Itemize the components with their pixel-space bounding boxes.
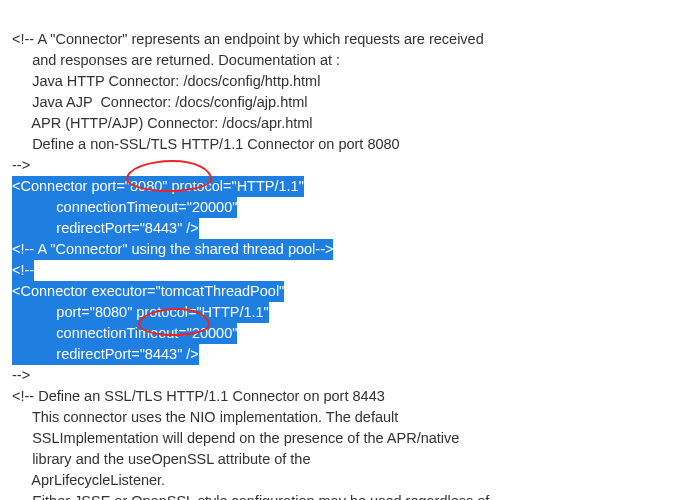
selected-line: port="8080" protocol="HTTP/1.1" xyxy=(12,302,269,323)
selected-line: <Connector port="8080" protocol="HTTP/1.… xyxy=(12,176,304,197)
comment-line: Java HTTP Connector: /docs/config/http.h… xyxy=(12,73,320,89)
code-block[interactable]: <!-- A "Connector" represents an endpoin… xyxy=(12,8,683,500)
selected-line: connectionTimeout="20000" xyxy=(12,323,237,344)
comment-line: This connector uses the NIO implementati… xyxy=(12,409,398,425)
selected-line: redirectPort="8443" /> xyxy=(12,218,199,239)
comment-line: library and the useOpenSSL attribute of … xyxy=(12,451,311,467)
comment-line: AprLifecycleListener. xyxy=(12,472,165,488)
selected-line: <!-- xyxy=(12,260,34,281)
comment-line: --> xyxy=(12,367,30,383)
comment-line: <!-- A "Connector" represents an endpoin… xyxy=(12,31,484,47)
comment-line: --> xyxy=(12,157,30,173)
comment-line: and responses are returned. Documentatio… xyxy=(12,52,340,68)
code-viewer: <!-- A "Connector" represents an endpoin… xyxy=(12,8,683,500)
comment-line: Define a non-SSL/TLS HTTP/1.1 Connector … xyxy=(12,136,400,152)
comment-line: <!-- Define an SSL/TLS HTTP/1.1 Connecto… xyxy=(12,388,385,404)
selected-line: redirectPort="8443" /> xyxy=(12,344,199,365)
selected-line: <Connector executor="tomcatThreadPool" xyxy=(12,281,284,302)
comment-line: APR (HTTP/AJP) Connector: /docs/apr.html xyxy=(12,115,313,131)
comment-line: SSLImplementation will depend on the pre… xyxy=(12,430,459,446)
comment-line: Java AJP Connector: /docs/config/ajp.htm… xyxy=(12,94,308,110)
comment-line: Either JSSE or OpenSSL style configurati… xyxy=(12,493,489,500)
selected-line: <!-- A "Connector" using the shared thre… xyxy=(12,239,333,260)
selected-line: connectionTimeout="20000" xyxy=(12,197,237,218)
